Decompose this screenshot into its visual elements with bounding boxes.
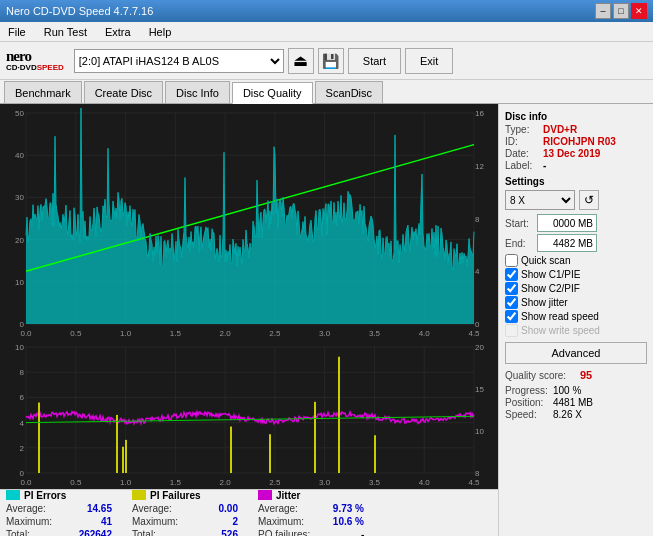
quick-scan-checkbox[interactable]: [505, 254, 518, 267]
pi-failures-average: Average: 0.00: [132, 503, 238, 514]
c1pie-row: Show C1/PIE: [505, 268, 647, 281]
progress-row: Progress: 100 %: [505, 385, 647, 396]
quick-scan-row: Quick scan: [505, 254, 647, 267]
read-speed-checkbox[interactable]: [505, 310, 518, 323]
quick-scan-label: Quick scan: [521, 255, 570, 266]
tab-scan-disc[interactable]: ScanDisc: [315, 81, 383, 103]
menu-extra[interactable]: Extra: [101, 24, 135, 40]
write-speed-row: Show write speed: [505, 324, 647, 337]
title-text: Nero CD-DVD Speed 4.7.7.16: [6, 5, 153, 17]
disc-info-title: Disc info: [505, 111, 647, 122]
lower-chart-wrapper: [4, 342, 494, 485]
pi-failures-title: PI Failures: [132, 490, 238, 501]
jitter-color: [258, 490, 272, 500]
c1pie-checkbox[interactable]: [505, 268, 518, 281]
speed-selector[interactable]: 8 X: [505, 190, 575, 210]
start-mb-input[interactable]: [537, 214, 597, 232]
eject-icon[interactable]: ⏏: [288, 48, 314, 74]
speed-row-progress: Speed: 8.26 X: [505, 409, 647, 420]
pi-errors-color: [6, 490, 20, 500]
exit-button[interactable]: Exit: [405, 48, 453, 74]
pi-errors-average: Average: 14.65: [6, 503, 112, 514]
chart-area: [0, 104, 498, 489]
progress-section: Progress: 100 % Position: 4481 MB Speed:…: [505, 385, 647, 420]
toolbar: nero CD·DVDSPEED [2:0] ATAPI iHAS124 B A…: [0, 42, 653, 80]
pi-errors-total: Total: 262642: [6, 529, 112, 537]
minimize-button[interactable]: –: [595, 3, 611, 19]
c2pif-row: Show C2/PIF: [505, 282, 647, 295]
jitter-average: Average: 9.73 %: [258, 503, 364, 514]
drive-selector[interactable]: [2:0] ATAPI iHAS124 B AL0S: [74, 49, 284, 73]
end-mb-row: End:: [505, 234, 647, 252]
jitter-checkbox[interactable]: [505, 296, 518, 309]
save-icon[interactable]: 💾: [318, 48, 344, 74]
legend: PI Errors Average: 14.65 Maximum: 41 Tot…: [0, 489, 498, 536]
jitter-row: Show jitter: [505, 296, 647, 309]
titlebar: Nero CD-DVD Speed 4.7.7.16 – □ ✕: [0, 0, 653, 22]
jitter-maximum: Maximum: 10.6 %: [258, 516, 364, 527]
pi-failures-color: [132, 490, 146, 500]
jitter-label: Show jitter: [521, 297, 568, 308]
pi-failures-legend: PI Failures Average: 0.00 Maximum: 2 Tot…: [132, 490, 238, 537]
read-speed-label: Show read speed: [521, 311, 599, 322]
end-mb-input[interactable]: [537, 234, 597, 252]
write-speed-checkbox: [505, 324, 518, 337]
main-content: PI Errors Average: 14.65 Maximum: 41 Tot…: [0, 104, 653, 536]
pi-errors-legend: PI Errors Average: 14.65 Maximum: 41 Tot…: [6, 490, 112, 537]
upper-chart-wrapper: [4, 108, 494, 340]
pi-errors-title: PI Errors: [6, 490, 112, 501]
nero-logo: nero CD·DVDSPEED: [6, 49, 64, 72]
close-button[interactable]: ✕: [631, 3, 647, 19]
lower-chart-canvas: [4, 342, 494, 487]
pi-failures-maximum: Maximum: 2: [132, 516, 238, 527]
settings-title: Settings: [505, 176, 647, 187]
start-button[interactable]: Start: [348, 48, 401, 74]
tab-benchmark[interactable]: Benchmark: [4, 81, 82, 103]
menu-run-test[interactable]: Run Test: [40, 24, 91, 40]
jitter-po: PO failures: -: [258, 529, 364, 537]
titlebar-controls: – □ ✕: [595, 3, 647, 19]
speed-row: 8 X ↺: [505, 190, 647, 210]
pi-failures-total: Total: 526: [132, 529, 238, 537]
disc-type-row: Type: DVD+R: [505, 124, 647, 135]
jitter-legend: Jitter Average: 9.73 % Maximum: 10.6 % P…: [258, 490, 364, 537]
start-mb-row: Start:: [505, 214, 647, 232]
tab-bar: Benchmark Create Disc Disc Info Disc Qua…: [0, 80, 653, 104]
upper-chart-canvas: [4, 108, 494, 338]
disc-id-row: ID: RICOHJPN R03: [505, 136, 647, 147]
tab-disc-quality[interactable]: Disc Quality: [232, 82, 313, 104]
right-panel: Disc info Type: DVD+R ID: RICOHJPN R03 D…: [498, 104, 653, 536]
c2pif-label: Show C2/PIF: [521, 283, 580, 294]
tab-create-disc[interactable]: Create Disc: [84, 81, 163, 103]
disc-date-row: Date: 13 Dec 2019: [505, 148, 647, 159]
menu-help[interactable]: Help: [145, 24, 176, 40]
titlebar-left: Nero CD-DVD Speed 4.7.7.16: [6, 5, 153, 17]
position-row: Position: 4481 MB: [505, 397, 647, 408]
jitter-title: Jitter: [258, 490, 364, 501]
pi-errors-maximum: Maximum: 41: [6, 516, 112, 527]
menubar: File Run Test Extra Help: [0, 22, 653, 42]
read-speed-row: Show read speed: [505, 310, 647, 323]
tab-disc-info[interactable]: Disc Info: [165, 81, 230, 103]
maximize-button[interactable]: □: [613, 3, 629, 19]
menu-file[interactable]: File: [4, 24, 30, 40]
disc-label-row: Label: -: [505, 160, 647, 171]
c2pif-checkbox[interactable]: [505, 282, 518, 295]
c1pie-label: Show C1/PIE: [521, 269, 580, 280]
write-speed-label: Show write speed: [521, 325, 600, 336]
refresh-icon[interactable]: ↺: [579, 190, 599, 210]
chart-section: PI Errors Average: 14.65 Maximum: 41 Tot…: [0, 104, 498, 536]
advanced-button[interactable]: Advanced: [505, 342, 647, 364]
quality-row: Quality score: 95: [505, 369, 647, 381]
